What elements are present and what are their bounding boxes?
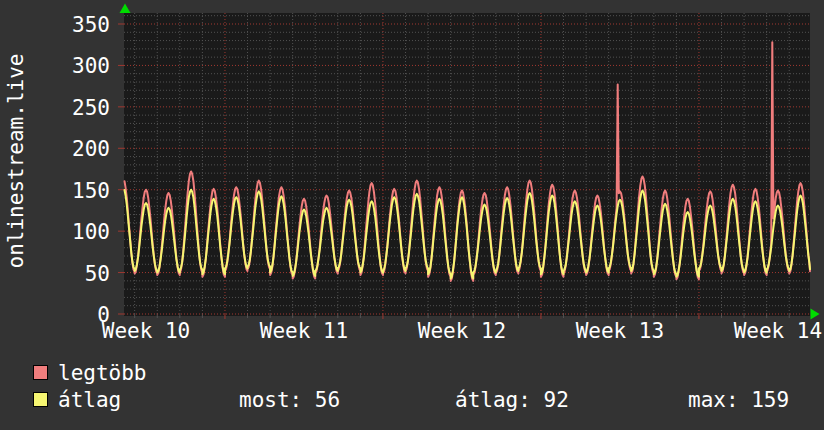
x-axis-label: Week 13 (576, 319, 665, 343)
y-axis-label: 300 (72, 54, 110, 78)
legend-swatch-legtobb (33, 365, 48, 380)
x-axis-arrow-icon (811, 309, 820, 320)
legend-swatch-atlag (33, 392, 48, 407)
stat-current: most: 56 (239, 388, 340, 412)
mrtg-graph-page: onlinestream.live 050100150200250300350W… (0, 0, 824, 430)
y-axis-label: 200 (72, 137, 110, 161)
y-axis-label: 250 (72, 96, 110, 120)
y-axis-arrow-icon (120, 4, 131, 14)
y-axis-label: 50 (85, 262, 110, 286)
y-axis-label: 150 (72, 179, 110, 203)
legend-label-legtobb: legtöbb (58, 361, 147, 385)
traffic-chart: 050100150200250300350Week 10Week 11Week … (0, 0, 824, 356)
x-axis-label: Week 10 (102, 319, 191, 343)
x-axis-label: Week 11 (260, 319, 349, 343)
y-axis-label: 100 (72, 220, 110, 244)
stat-max: max: 159 (688, 388, 789, 412)
stat-average: átlag: 92 (455, 388, 569, 412)
legend-label-atlag: átlag (58, 388, 121, 412)
x-axis-label: Week 12 (418, 319, 507, 343)
y-axis-label: 350 (72, 13, 110, 37)
x-axis-label: Week 14 (734, 319, 823, 343)
